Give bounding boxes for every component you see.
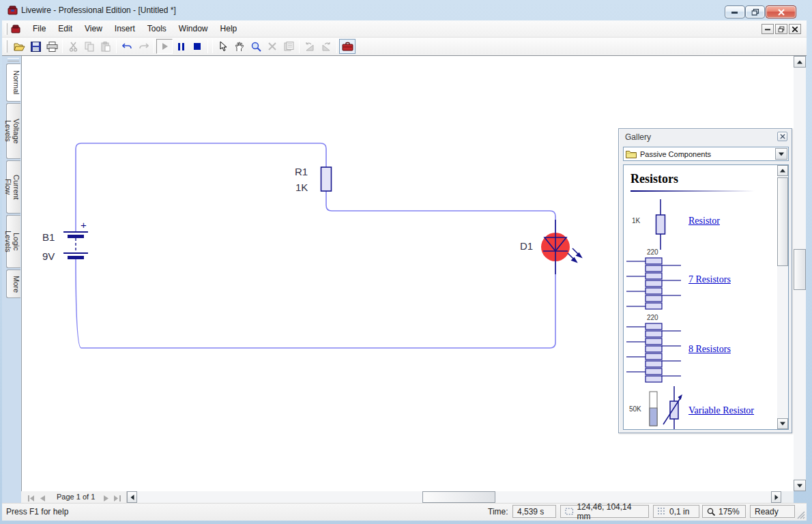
mdi-restore-button[interactable]: [775, 24, 787, 34]
gallery-item-7-resistors[interactable]: 220: [624, 248, 777, 312]
gallery-toggle-button[interactable]: [280, 39, 297, 54]
toolbar-separator: [62, 40, 63, 53]
sidebar-grip[interactable]: [8, 58, 19, 61]
mdi-close-button[interactable]: [789, 24, 801, 34]
first-page-button[interactable]: [27, 492, 36, 502]
gallery-category-combobox[interactable]: Passive Components: [623, 147, 789, 161]
battery-plus-sign: +: [81, 219, 87, 231]
menu-view[interactable]: View: [78, 20, 108, 38]
menu-help[interactable]: Help: [214, 20, 244, 38]
gallery-section-rule: [630, 190, 755, 192]
minimize-button[interactable]: [725, 5, 745, 18]
gallery-item-resistor[interactable]: 1K Resistor: [624, 198, 777, 252]
previous-page-button[interactable]: [38, 492, 48, 502]
scroll-down-icon: [780, 422, 785, 426]
gallery-scroll-up-button[interactable]: [777, 165, 788, 176]
tab-logic-levels[interactable]: Logic Levels: [6, 215, 20, 268]
variable-resistor-link[interactable]: Variable Resistor: [688, 405, 754, 416]
pan-tool-button[interactable]: [231, 39, 248, 54]
tab-voltage-levels[interactable]: Voltage Levels: [6, 103, 20, 159]
gallery-title: Gallery: [625, 132, 651, 142]
print-button[interactable]: [44, 39, 60, 54]
page-navigator: Page 1 of 1: [21, 491, 127, 503]
close-button[interactable]: [766, 5, 796, 18]
magnifier-icon: [707, 508, 715, 516]
canvas-scroll-left-button[interactable]: [127, 491, 137, 503]
mdi-minimize-button[interactable]: [762, 24, 774, 34]
menu-insert[interactable]: Insert: [108, 20, 141, 38]
save-button[interactable]: [27, 39, 44, 54]
close-icon: [778, 9, 785, 16]
resize-grip[interactable]: [796, 510, 805, 519]
wires[interactable]: [76, 143, 555, 348]
pause-button[interactable]: [173, 39, 189, 54]
battery-ref-label: B1: [42, 231, 55, 243]
toolbox-button[interactable]: [339, 39, 356, 54]
restore-button[interactable]: [745, 5, 765, 18]
led-emission-arrows: [568, 248, 581, 262]
minimize-icon: [731, 11, 738, 14]
resistor-value-label: 1K: [295, 181, 308, 193]
gallery-close-button[interactable]: [777, 132, 787, 141]
cut-button[interactable]: [65, 39, 81, 54]
chevron-down-icon: [779, 152, 784, 156]
resistor-icon[interactable]: [647, 199, 674, 250]
gallery-scroll-thumb[interactable]: [777, 177, 788, 266]
8-resistors-icon[interactable]: [626, 322, 681, 383]
status-state-panel: Ready: [750, 505, 795, 518]
resistor-link[interactable]: Resistor: [688, 216, 720, 227]
led-component[interactable]: D1: [520, 220, 581, 274]
7-resistors-icon[interactable]: [626, 257, 681, 311]
stop-button[interactable]: [189, 39, 205, 54]
mdi-restore-icon: [779, 26, 785, 32]
rotate-left-button[interactable]: [302, 39, 318, 54]
resistor-component[interactable]: R1 1K: [295, 166, 332, 193]
canvas-horizontal-scrollbar[interactable]: [127, 491, 781, 503]
tab-more[interactable]: More: [6, 270, 20, 298]
led-ref-label: D1: [520, 240, 533, 252]
next-page-button[interactable]: [102, 492, 111, 502]
schematic-canvas[interactable]: + B1 9V R1 1K D1: [21, 56, 794, 491]
tab-current-flow[interactable]: Current Flow: [6, 160, 20, 214]
canvas-vertical-scrollbar[interactable]: [794, 56, 806, 491]
last-page-button[interactable]: [113, 492, 122, 502]
tab-normal[interactable]: Normal: [6, 63, 20, 102]
delete-tool-button[interactable]: [264, 39, 280, 54]
toolbar-grip[interactable]: [5, 40, 8, 53]
menu-edit[interactable]: Edit: [52, 20, 78, 38]
menubar-grip[interactable]: [5, 23, 8, 35]
select-tool-button[interactable]: [215, 39, 231, 54]
rotate-right-button[interactable]: [318, 39, 334, 54]
rotate-left-icon: [304, 42, 315, 51]
menu-bar: File Edit View Insert Tools Window Help: [2, 20, 807, 38]
canvas-scroll-up-button[interactable]: [794, 56, 806, 68]
undo-button[interactable]: [119, 39, 135, 54]
7-resistors-link[interactable]: 7 Resistors: [688, 274, 731, 285]
pause-icon: [178, 43, 184, 50]
menu-window[interactable]: Window: [173, 20, 214, 38]
gallery-category-dropdown-button[interactable]: [775, 148, 787, 160]
gallery-item-variable-resistor[interactable]: 50K Variable Resistor: [624, 386, 777, 430]
canvas-vscroll-thumb[interactable]: [794, 249, 806, 290]
gallery-item-8-resistors[interactable]: 220: [624, 314, 777, 385]
open-button[interactable]: [11, 39, 27, 54]
gallery-scrollbar[interactable]: [777, 165, 788, 429]
grid-icon: [658, 508, 666, 516]
resistor-value-label: 1K: [632, 217, 640, 224]
gallery-scroll-down-button[interactable]: [777, 418, 788, 429]
battery-component[interactable]: + B1 9V: [42, 219, 88, 262]
zoom-tool-button[interactable]: [248, 39, 264, 54]
canvas-scroll-right-button[interactable]: [771, 491, 781, 503]
run-button[interactable]: [156, 39, 173, 54]
menu-tools[interactable]: Tools: [141, 20, 173, 38]
paste-button[interactable]: [98, 39, 114, 54]
menu-file[interactable]: File: [27, 20, 52, 38]
canvas-hscroll-thumb[interactable]: [422, 491, 495, 503]
copy-button[interactable]: [81, 39, 98, 54]
mdi-close-icon: [792, 27, 798, 32]
canvas-scroll-down-button[interactable]: [794, 480, 806, 491]
8-resistors-link[interactable]: 8 Resistors: [688, 344, 731, 355]
variable-resistor-icon[interactable]: [644, 386, 685, 430]
mdi-minimize-icon: [765, 28, 770, 30]
redo-button[interactable]: [135, 39, 151, 54]
